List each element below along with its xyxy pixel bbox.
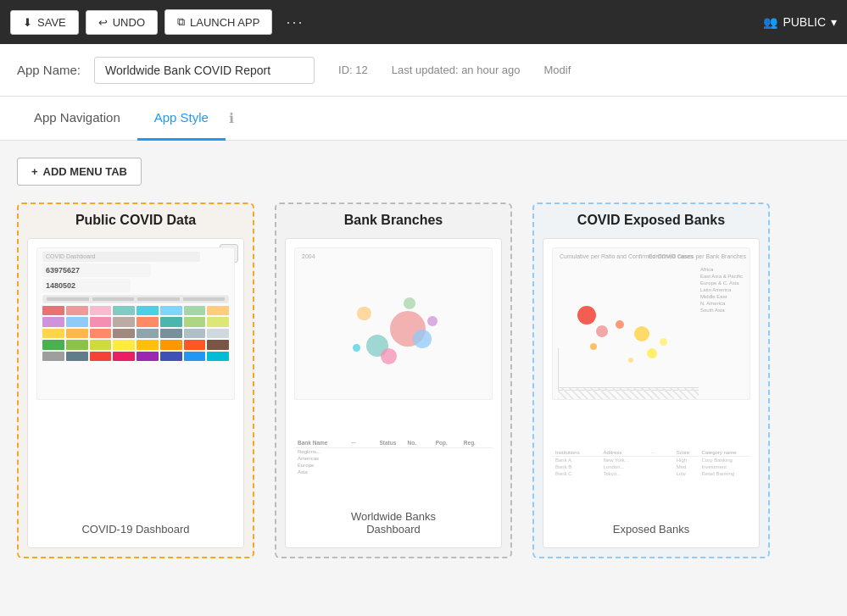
- add-menu-tab-button[interactable]: + ADD MENU TAB: [17, 158, 142, 186]
- table-row: Europe: [294, 462, 493, 469]
- undo-button[interactable]: ↩ UNDO: [86, 10, 158, 35]
- app-updated: Last updated: an hour ago: [392, 64, 521, 76]
- toolbar: ⬇ SAVE ↩ UNDO ⧉ LAUNCH APP ··· 👥 PUBLIC …: [0, 0, 847, 44]
- table-row: Bank CTokyo...LowRetail Banking: [552, 470, 750, 477]
- content-area: + ADD MENU TAB Public COVID Data ✕ COVID…: [0, 141, 847, 616]
- bubble-dot: [357, 307, 371, 321]
- public-icon: 👥: [763, 15, 777, 29]
- card-bank-branches-inner: 2004 Bank Name···StatusNo.Pop.Reg. Regio…: [285, 238, 502, 548]
- app-name-bar: App Name: ID: 12 Last updated: an hour a…: [0, 44, 847, 97]
- table-row: Bank BLondon...MedInvestment: [552, 463, 750, 470]
- table-row: Asia: [294, 469, 493, 475]
- card-public-covid-label: COVID-19 Dashboard: [36, 516, 235, 539]
- scatter-dot: [577, 306, 596, 325]
- card-covid-exposed[interactable]: COVID Exposed Banks Cumulative per Ratio…: [532, 203, 770, 558]
- bubble-dot: [381, 348, 397, 364]
- bubble-dot: [427, 316, 437, 326]
- table-row: Regions...: [294, 448, 493, 455]
- save-label: SAVE: [37, 16, 66, 29]
- bubble-chart-preview: 2004: [294, 247, 493, 400]
- tab-navigation-label: App Navigation: [34, 110, 120, 125]
- public-button[interactable]: 👥 PUBLIC ▾: [763, 15, 837, 29]
- card-bank-branches-label: Worldwide BanksDashboard: [294, 503, 493, 539]
- scatter-dot: [596, 325, 608, 337]
- bubble-chart-title-mock: 2004: [302, 253, 315, 259]
- tab-style[interactable]: App Style: [137, 97, 226, 141]
- card-bank-branches-title: Bank Branches: [344, 213, 443, 228]
- launch-app-button[interactable]: ⧉ LAUNCH APP: [164, 9, 272, 35]
- undo-icon: ↩: [98, 16, 108, 29]
- table-row: Bank ANew York...HighCorp Banking: [552, 457, 750, 463]
- info-icon[interactable]: ℹ: [229, 110, 234, 126]
- scatter-hatch-area: [558, 387, 699, 399]
- bank-data-table: Bank Name···StatusNo.Pop.Reg. Regions...…: [294, 438, 493, 475]
- card-covid-exposed-label: Exposed Banks: [552, 516, 750, 539]
- heatmap: [42, 306, 229, 361]
- exposed-table-rows: Bank ANew York...HighCorp Banking Bank B…: [552, 457, 750, 477]
- add-menu-label: ADD MENU TAB: [43, 165, 127, 178]
- scatter-dot: [647, 348, 657, 358]
- cards-container: Public COVID Data ✕ COVID Dashboard 6397…: [17, 203, 830, 558]
- scatter-legend-title: Confirmed Cases per Bank Branches: [648, 253, 746, 259]
- tab-style-label: App Style: [154, 110, 209, 125]
- chevron-down-icon: ▾: [831, 15, 837, 29]
- launch-label: LAUNCH APP: [190, 16, 259, 29]
- card-public-covid-title: Public COVID Data: [75, 213, 196, 228]
- table-header-row: Bank Name···StatusNo.Pop.Reg.: [294, 438, 493, 448]
- app-modified: Modif: [544, 64, 571, 76]
- app-id: ID: 12: [338, 64, 368, 76]
- tabs-bar: App Navigation App Style ℹ: [0, 97, 847, 141]
- tab-navigation[interactable]: App Navigation: [17, 97, 137, 141]
- more-button[interactable]: ···: [279, 10, 310, 35]
- bubble-dot: [413, 330, 432, 348]
- card-public-covid-inner: ✕ COVID Dashboard 63975627 1480502 COVI: [27, 238, 244, 548]
- scatter-dot: [590, 343, 597, 350]
- card-bank-branches[interactable]: Bank Branches 2004 Bank Name···StatusNo.…: [275, 203, 512, 558]
- scatter-dot: [616, 320, 624, 329]
- mock-header: COVID Dashboard: [42, 252, 200, 262]
- scatter-dots-area: [558, 264, 699, 384]
- scatter-dot: [628, 358, 633, 363]
- launch-icon: ⧉: [177, 15, 185, 29]
- save-button[interactable]: ⬇ SAVE: [10, 10, 79, 35]
- bubble-dot: [353, 344, 361, 352]
- table-row: Americas: [294, 455, 493, 462]
- public-label: PUBLIC: [783, 15, 826, 29]
- card-covid-exposed-inner: Cumulative per Ratio and Confirmed COVID…: [543, 238, 760, 548]
- covid-dashboard-preview: COVID Dashboard 63975627 1480502: [36, 247, 235, 400]
- scatter-dot: [634, 326, 649, 341]
- scatter-chart-preview: Cumulative per Ratio and Confirmed COVID…: [552, 247, 750, 400]
- scatter-dot: [660, 338, 667, 346]
- exposed-table-header: InstitutionsAddress···ScoreCategory name: [552, 449, 750, 457]
- app-name-label: App Name:: [17, 63, 81, 77]
- exposed-banks-table: InstitutionsAddress···ScoreCategory name…: [552, 449, 750, 477]
- save-icon: ⬇: [23, 16, 32, 29]
- bubble-chart-area: [338, 274, 449, 384]
- card-covid-exposed-title: COVID Exposed Banks: [577, 213, 725, 228]
- table-rows: Regions... Americas Europe Asia: [294, 448, 493, 475]
- mock-table-header: [42, 295, 229, 303]
- card-public-covid[interactable]: Public COVID Data ✕ COVID Dashboard 6397…: [17, 203, 254, 558]
- app-name-input[interactable]: [94, 57, 315, 84]
- plus-icon: +: [31, 165, 38, 178]
- bubble-dot: [404, 297, 415, 309]
- stat-box-1: 63975627: [42, 264, 151, 277]
- stat-box-2: 1480502: [42, 279, 131, 292]
- scatter-legend: Africa East Asia & Pacific Europe & C. A…: [700, 267, 746, 314]
- undo-label: UNDO: [113, 16, 145, 29]
